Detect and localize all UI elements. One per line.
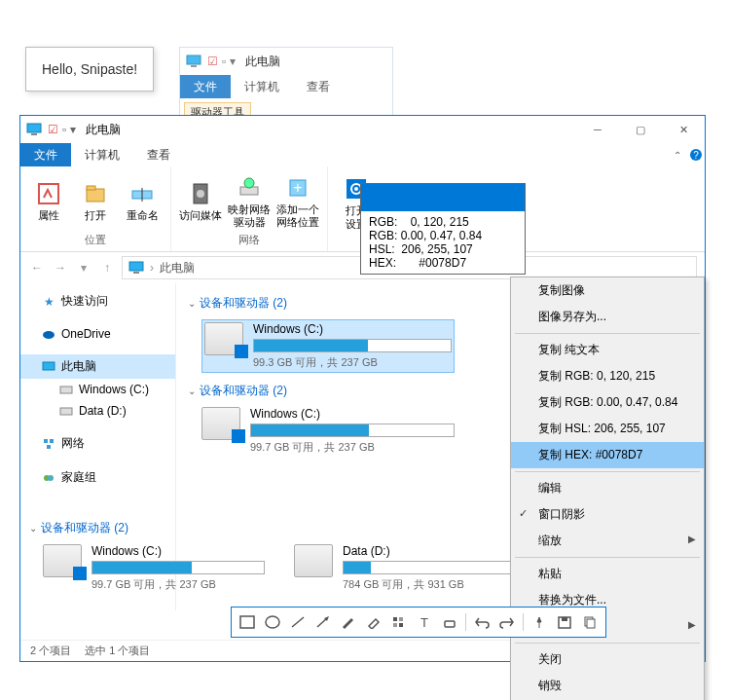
folder-icon: ▫ (222, 55, 226, 68)
sidebar-onedrive[interactable]: OneDrive (20, 323, 175, 345)
svg-rect-50 (445, 621, 455, 627)
color-rgb: RGB: 0, 120, 215 (369, 215, 517, 229)
sidebar-quick-access[interactable]: ★快速访问 (20, 289, 175, 313)
monitor-icon (26, 122, 42, 137)
menu-copy-rgb[interactable]: 复制 RGB: 0, 120, 215 (511, 363, 704, 389)
status-selected: 选中 1 个项目 (85, 644, 150, 658)
menu-paste[interactable]: 粘贴 (511, 561, 704, 587)
ribbon-properties[interactable]: 属性 (28, 180, 69, 222)
drive-d-float[interactable]: Data (D:) 784 GB 可用，共 931 GB (294, 544, 516, 592)
svg-rect-47 (393, 623, 397, 627)
menu-copy-hsl[interactable]: 复制 HSL: 206, 255, 107 (511, 416, 704, 442)
snipaste-note[interactable]: Hello, Snipaste! (25, 47, 154, 92)
section-devices-drives-3[interactable]: ⌄ 设备和驱动器 (2) (29, 520, 516, 536)
qat-dropdown-icon[interactable]: ▾ (70, 123, 76, 136)
cloud-icon (42, 327, 55, 341)
tool-save[interactable] (553, 611, 576, 633)
drive-icon (201, 407, 240, 440)
qat-folder-icon[interactable]: ▫ (62, 123, 66, 136)
drives-floating-panel: ⌄ 设备和驱动器 (2) Windows (C:) 99.7 GB 可用，共 2… (29, 516, 516, 602)
tool-rectangle[interactable] (236, 611, 259, 633)
ribbon-open[interactable]: 打开 (75, 180, 116, 222)
ribbon-map-drive[interactable]: 映射网络 驱动器 (228, 174, 271, 229)
toolbar-separator (523, 613, 524, 631)
drive-icon (59, 383, 73, 396)
submenu-arrow-icon: ▶ (688, 619, 696, 630)
svg-text:T: T (420, 615, 428, 629)
monitor-icon (186, 54, 201, 69)
help-icon[interactable]: ? (687, 143, 705, 166)
menu-destroy[interactable]: 销毁 (511, 673, 704, 699)
sidebar-drive-c[interactable]: Windows (C:) (20, 379, 175, 400)
forward-button[interactable]: → (52, 261, 69, 275)
menu-close[interactable]: 关闭 (511, 646, 704, 673)
close-button[interactable]: ✕ (662, 116, 705, 143)
tool-mosaic[interactable] (387, 611, 411, 633)
maximize-button[interactable]: ▢ (619, 116, 662, 143)
svg-rect-1 (191, 65, 197, 67)
menu-edit[interactable]: 编辑 (511, 475, 704, 501)
tool-copy[interactable] (578, 611, 602, 633)
color-swatch (361, 184, 525, 211)
tab-computer[interactable]: 计算机 (71, 143, 133, 166)
back-button[interactable]: ← (28, 261, 46, 275)
tool-ellipse[interactable] (261, 611, 284, 633)
tool-marker[interactable] (362, 611, 385, 633)
tool-pencil[interactable] (337, 611, 360, 633)
sidebar-network[interactable]: 网络 (20, 431, 175, 456)
usage-bar (253, 339, 452, 352)
minimize-button[interactable]: ─ (576, 116, 619, 143)
usage-bar (250, 424, 455, 437)
svg-point-39 (48, 475, 54, 481)
color-inspector[interactable]: RGB: 0, 120, 215 RGB: 0.00, 0.47, 0.84 H… (360, 183, 526, 275)
drive-c-selected[interactable]: Windows (C:) 99.3 GB 可用，共 237 GB (201, 319, 455, 373)
monitor-icon (42, 360, 55, 374)
tab-view[interactable]: 查看 (133, 143, 184, 166)
tool-pin[interactable] (528, 611, 551, 633)
sidebar-drive-d[interactable]: Data (D:) (20, 400, 175, 422)
menu-copy-plain[interactable]: 复制 纯文本 (511, 337, 704, 363)
tab-file[interactable]: 文件 (20, 143, 71, 166)
svg-point-31 (43, 331, 55, 339)
tab-computer[interactable]: 计算机 (231, 75, 293, 98)
svg-rect-9 (31, 133, 37, 135)
tool-text[interactable]: T (413, 611, 436, 633)
ribbon-add-location[interactable]: +添加一个 网络位置 (276, 174, 319, 229)
svg-rect-30 (133, 272, 139, 274)
tool-redo[interactable] (495, 611, 519, 633)
ribbon-collapse-icon[interactable]: ⌃ (668, 143, 687, 166)
tool-eraser[interactable] (438, 611, 461, 633)
drive-icon (294, 544, 333, 577)
tool-line[interactable] (286, 611, 310, 633)
drive-c-float[interactable]: Windows (C:) 99.7 GB 可用，共 237 GB (43, 544, 265, 592)
menu-save-image-as[interactable]: 图像另存为... (511, 304, 704, 330)
drive-icon (204, 322, 243, 355)
svg-rect-54 (587, 619, 595, 628)
qat-check-icon[interactable]: ☑ (48, 123, 58, 136)
tool-arrow[interactable] (311, 611, 335, 633)
menu-copy-hex[interactable]: 复制 HEX: #0078D7 (511, 442, 704, 468)
svg-point-18 (197, 190, 204, 198)
drive-c[interactable]: Windows (C:) 99.7 GB 可用，共 237 GB (201, 407, 455, 455)
sidebar-homegroup[interactable]: 家庭组 (20, 465, 175, 490)
tab-view[interactable]: 查看 (293, 75, 344, 98)
ribbon-rename[interactable]: 重命名 (122, 180, 163, 222)
color-rgbf: RGB: 0.00, 0.47, 0.84 (369, 229, 517, 242)
svg-rect-13 (87, 189, 104, 202)
recent-dropdown[interactable]: ▾ (75, 261, 92, 275)
menu-zoom[interactable]: 缩放▶ (511, 528, 704, 554)
menu-copy-image[interactable]: 复制图像 (511, 277, 704, 304)
svg-rect-46 (399, 617, 403, 621)
svg-rect-0 (187, 55, 201, 64)
checkbox-icon: ☑ (207, 55, 218, 68)
chevron-down-icon: ⌄ (29, 523, 37, 534)
up-button[interactable]: ↑ (98, 261, 116, 275)
menu-copy-rgbf[interactable]: 复制 RGB: 0.00, 0.47, 0.84 (511, 389, 704, 416)
ribbon-access-media[interactable]: 访问媒体 (179, 180, 222, 222)
svg-rect-40 (240, 616, 254, 628)
tab-file[interactable]: 文件 (180, 75, 231, 98)
menu-window-shadow[interactable]: ✓窗口阴影 (511, 501, 704, 528)
network-icon (42, 437, 55, 451)
tool-undo[interactable] (470, 611, 493, 633)
sidebar-this-pc[interactable]: 此电脑 (20, 354, 175, 379)
